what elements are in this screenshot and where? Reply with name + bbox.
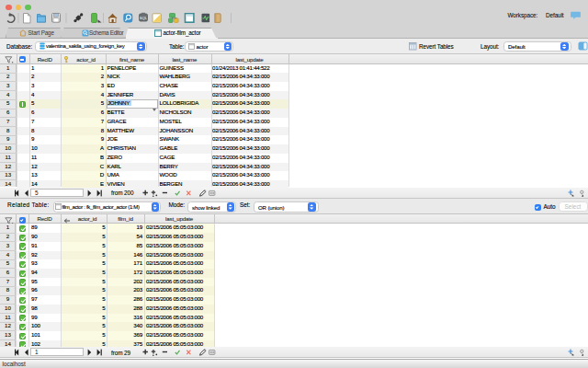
svg-text:SQL: SQL xyxy=(140,16,148,20)
